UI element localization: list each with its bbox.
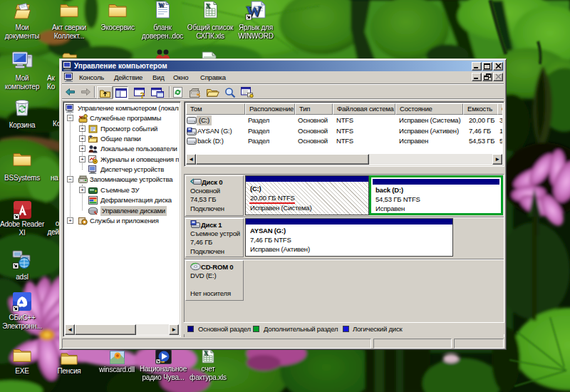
svg-text:W: W [158, 1, 165, 9]
svg-text:X: X [205, 2, 210, 9]
svg-text:X: X [204, 350, 208, 356]
svg-text:?: ? [140, 91, 145, 99]
